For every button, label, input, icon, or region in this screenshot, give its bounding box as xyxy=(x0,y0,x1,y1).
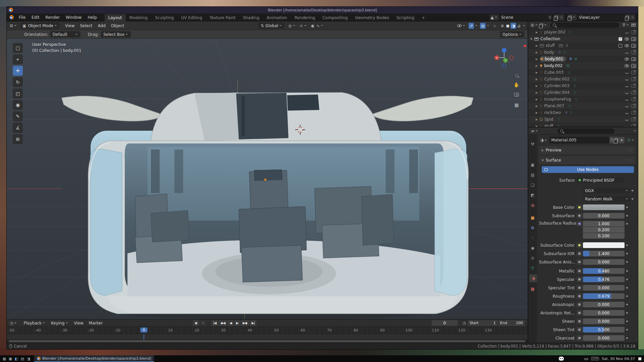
expand-caret[interactable]: ▶ xyxy=(536,78,540,81)
object-name[interactable]: body.001 xyxy=(545,57,563,61)
browse-material-button[interactable]: ◑ xyxy=(539,137,548,143)
eye-icon[interactable] xyxy=(625,44,629,47)
expand-caret[interactable]: ▶ xyxy=(536,105,540,108)
tab-physics[interactable]: ◉ xyxy=(528,244,537,252)
tool-measure[interactable]: ∡ xyxy=(13,123,23,133)
object-name[interactable]: body xyxy=(544,50,554,55)
value-slider[interactable]: 1.000 xyxy=(583,221,625,227)
value-slider[interactable]: 0.476 xyxy=(583,277,625,282)
animate-button[interactable] xyxy=(577,318,582,324)
viewlayer-browse-button[interactable] xyxy=(568,14,577,20)
auto-key-filter-button[interactable]: × xyxy=(200,320,206,326)
object-name[interactable]: rockGeo xyxy=(544,110,561,115)
use-nodes-button[interactable]: Use Nodes xyxy=(542,166,634,173)
filter-dropdown[interactable]: ∇ xyxy=(622,22,630,28)
render-icon[interactable] xyxy=(631,57,636,61)
disable-render-icon[interactable] xyxy=(631,84,636,88)
value-slider[interactable]: 0.200 xyxy=(583,227,625,233)
pin-icon[interactable]: ⚲ xyxy=(548,15,551,19)
object-name[interactable]: Plane.007 xyxy=(544,104,564,108)
tool-move[interactable]: ✛ xyxy=(13,66,23,76)
files-icon[interactable]: ◧ xyxy=(13,357,19,361)
taskbar-blender-window[interactable]: Blender [/home/amalie/Desktop/blender/sp… xyxy=(34,355,154,362)
collapse-caret[interactable]: ▼ xyxy=(530,38,534,41)
tab-object[interactable]: ■ xyxy=(528,214,537,222)
decorator-dot[interactable] xyxy=(625,320,629,322)
base-color-swatch[interactable] xyxy=(583,204,625,210)
workspace-tab-sculpting[interactable]: Sculpting xyxy=(151,14,177,21)
value-slider[interactable]: 0.480 xyxy=(583,268,625,274)
outliner-row[interactable]: ▶ ▽ Plane.007 ▽ xyxy=(528,103,638,109)
workspace-tab-texture-paint[interactable]: Texture Paint xyxy=(206,14,239,21)
animate-button[interactable] xyxy=(577,302,582,307)
collection-checkbox[interactable] xyxy=(619,44,622,48)
tab-particles[interactable]: ∵ xyxy=(528,234,537,242)
tool-add-cube[interactable]: ⊞ xyxy=(13,134,23,144)
hide-eye-icon[interactable] xyxy=(625,78,629,80)
hide-eye-icon[interactable] xyxy=(625,31,629,34)
disable-render-icon[interactable] xyxy=(631,111,636,115)
current-frame-field[interactable]: 0 xyxy=(432,320,458,326)
hide-eye-icon[interactable] xyxy=(625,85,629,87)
workspace-tab-compositing[interactable]: Compositing xyxy=(319,14,351,21)
object-name[interactable]: stuff xyxy=(544,124,553,127)
disable-render-icon[interactable] xyxy=(631,71,636,74)
menu-window[interactable]: Window xyxy=(63,13,85,21)
menu-edit[interactable]: Edit xyxy=(29,13,42,21)
hide-eye-icon[interactable] xyxy=(625,71,629,74)
navigation-gizmo[interactable]: X Y xyxy=(493,47,515,68)
orientation-dropdown[interactable]: Default xyxy=(50,31,80,38)
animate-button[interactable] xyxy=(577,259,582,265)
tab-constraints[interactable]: ⊝ xyxy=(528,254,537,262)
decorator-dot[interactable] xyxy=(625,304,629,305)
decorator-dot[interactable] xyxy=(625,215,629,217)
node-browse-button[interactable]: ▽ xyxy=(627,137,635,143)
decorator-dot[interactable] xyxy=(625,279,629,280)
render-icon[interactable] xyxy=(631,44,636,48)
value-slider[interactable]: 0.100 xyxy=(583,233,625,239)
eye-icon[interactable] xyxy=(625,38,629,41)
animate-button[interactable] xyxy=(577,242,582,248)
snap-dropdown[interactable]: ∩ xyxy=(299,23,308,29)
animate-button[interactable] xyxy=(577,327,582,333)
shading-solid-button[interactable]: ● xyxy=(505,23,511,29)
tool-scale[interactable]: ◰ xyxy=(13,88,23,99)
tab-world[interactable]: ◍ xyxy=(528,201,537,209)
collection-name[interactable]: stuff xyxy=(546,43,555,48)
render-icon[interactable] xyxy=(631,37,636,41)
object-name[interactable]: Cylinder.003 xyxy=(544,83,569,88)
prev-keyframe-button[interactable]: ◆◀ xyxy=(219,320,227,326)
shading-wireframe-button[interactable]: ⊕ xyxy=(499,23,505,29)
discord-tray-icon[interactable] xyxy=(559,357,564,361)
animate-button[interactable] xyxy=(577,251,582,256)
editor-type-button[interactable]: ≡ xyxy=(530,128,539,134)
decorator-dot[interactable] xyxy=(625,223,629,225)
camera-view-button[interactable] xyxy=(512,90,521,99)
preview-panel-header[interactable]: ▶ Preview :::: xyxy=(539,146,635,154)
object-name[interactable]: body.002 xyxy=(544,63,562,68)
window-titlebar[interactable]: Blender [/home/amalie/Desktop/blender/sp… xyxy=(7,7,638,13)
disable-render-icon[interactable] xyxy=(631,98,636,101)
tab-scene[interactable]: ◩ xyxy=(528,191,537,199)
next-keyframe-button[interactable]: ▶◆ xyxy=(241,320,249,326)
menu-render[interactable]: Render xyxy=(42,13,63,21)
collection-checkbox[interactable] xyxy=(619,37,622,41)
editor-icon[interactable]: ▤ xyxy=(19,357,25,361)
stopwatch-icon[interactable]: ◷ xyxy=(463,321,466,325)
zoom-button[interactable] xyxy=(512,71,521,80)
decorator-dot[interactable] xyxy=(630,190,635,191)
material-name-field[interactable]: Material.005 xyxy=(549,137,609,143)
disable-render-icon[interactable] xyxy=(631,104,636,108)
workspace-tab-rendering[interactable]: Rendering xyxy=(291,14,319,21)
outliner-search-input[interactable] xyxy=(550,22,620,28)
subsurface-color-swatch[interactable] xyxy=(583,242,625,248)
animate-button[interactable] xyxy=(577,285,582,291)
workspace-tab-layout[interactable]: Layout xyxy=(105,14,126,21)
animate-button[interactable] xyxy=(577,213,582,219)
expand-caret[interactable]: ▶ xyxy=(536,58,540,61)
disable-render-icon[interactable] xyxy=(631,77,636,81)
tab-tool[interactable]: ⚒ xyxy=(528,140,537,148)
object-name[interactable]: Cylinder.002 xyxy=(544,77,569,81)
menu-select[interactable]: Select xyxy=(77,23,95,28)
menu-marker[interactable]: Marker xyxy=(86,321,105,325)
